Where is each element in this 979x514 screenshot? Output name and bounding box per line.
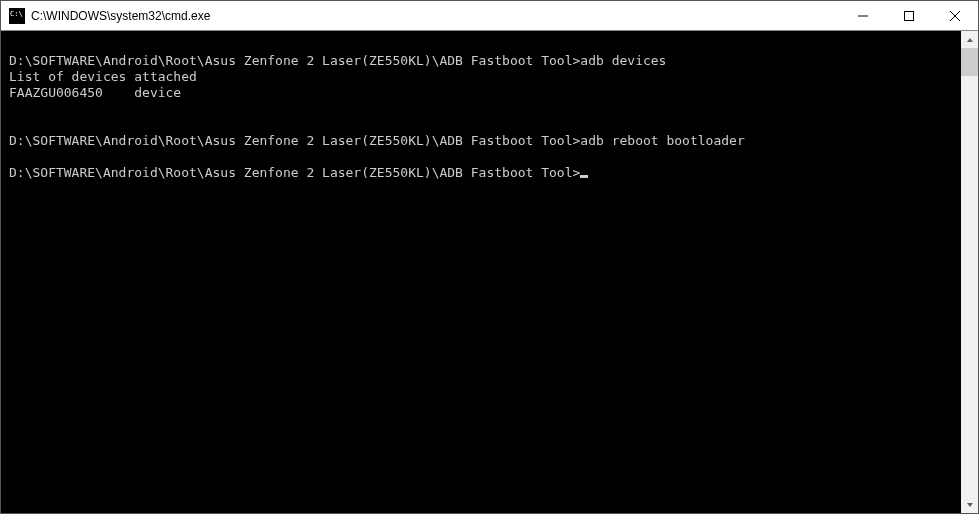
terminal-line: D:\SOFTWARE\Android\Root\Asus Zenfone 2 … — [9, 133, 953, 149]
scroll-up-button[interactable] — [961, 31, 978, 48]
svg-rect-1 — [905, 11, 914, 20]
maximize-button[interactable] — [886, 1, 932, 30]
window-controls — [840, 1, 978, 30]
terminal-output[interactable]: D:\SOFTWARE\Android\Root\Asus Zenfone 2 … — [1, 31, 961, 513]
terminal-line — [9, 149, 953, 165]
vertical-scrollbar[interactable] — [961, 31, 978, 513]
cmd-icon — [9, 8, 25, 24]
terminal-line: D:\SOFTWARE\Android\Root\Asus Zenfone 2 … — [9, 53, 953, 69]
terminal-line: List of devices attached — [9, 69, 953, 85]
scrollbar-thumb[interactable] — [961, 48, 978, 76]
minimize-button[interactable] — [840, 1, 886, 30]
window-title: C:\WINDOWS\system32\cmd.exe — [31, 9, 840, 23]
terminal-line: FAAZGU006450 device — [9, 85, 953, 101]
terminal-line — [9, 101, 953, 117]
terminal-line — [9, 117, 953, 133]
cursor — [580, 175, 588, 178]
terminal-line — [9, 37, 953, 53]
scroll-down-button[interactable] — [961, 496, 978, 513]
svg-marker-5 — [967, 503, 973, 507]
titlebar[interactable]: C:\WINDOWS\system32\cmd.exe — [1, 1, 978, 31]
terminal-line: D:\SOFTWARE\Android\Root\Asus Zenfone 2 … — [9, 165, 953, 181]
close-button[interactable] — [932, 1, 978, 30]
client-area: D:\SOFTWARE\Android\Root\Asus Zenfone 2 … — [1, 31, 978, 513]
scrollbar-track[interactable] — [961, 48, 978, 496]
svg-marker-4 — [967, 38, 973, 42]
